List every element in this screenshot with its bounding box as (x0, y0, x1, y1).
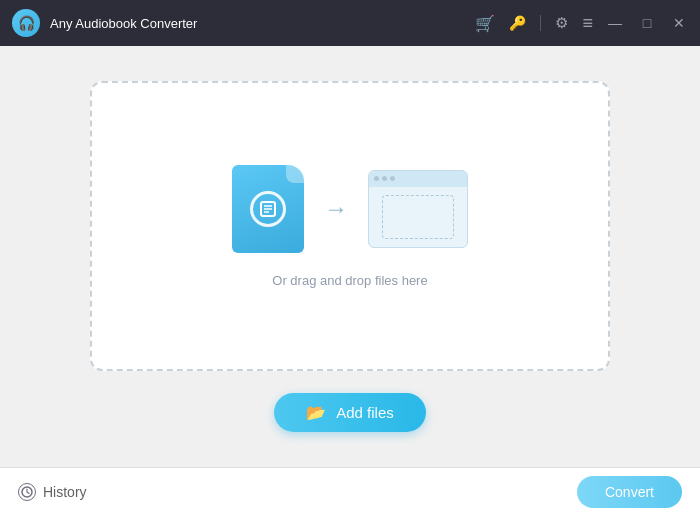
output-window-icon (368, 170, 468, 248)
app-title: Any Audiobook Converter (50, 16, 197, 31)
arrow-icon: → (324, 195, 348, 223)
title-bar: 🎧 Any Audiobook Converter 🛒 🔑 ⚙ ≡ — □ ✕ (0, 0, 700, 46)
add-files-button[interactable]: 📂 Add files (274, 393, 426, 432)
drop-illustration: → (232, 165, 468, 253)
convert-button[interactable]: Convert (577, 476, 682, 508)
folder-icon: 📂 (306, 403, 326, 422)
maximize-button[interactable]: □ (638, 15, 656, 31)
settings-icon[interactable]: ⚙ (555, 14, 568, 32)
book-icon (258, 199, 278, 219)
output-window-titlebar (369, 171, 467, 187)
win-dot-1 (374, 176, 379, 181)
history-icon (18, 483, 36, 501)
audiobook-inner-icon (250, 191, 286, 227)
key-icon[interactable]: 🔑 (509, 15, 526, 31)
add-files-label: Add files (336, 404, 394, 421)
clock-icon (21, 486, 33, 498)
minimize-button[interactable]: — (606, 15, 624, 31)
output-dashed-box (382, 195, 454, 239)
drag-drop-text: Or drag and drop files here (272, 273, 427, 288)
menu-icon[interactable]: ≡ (582, 13, 592, 34)
title-bar-left: 🎧 Any Audiobook Converter (12, 9, 475, 37)
output-window-body (369, 187, 467, 247)
title-divider (540, 15, 541, 31)
audiobook-file-icon (232, 165, 304, 253)
history-label: History (43, 484, 87, 500)
close-button[interactable]: ✕ (670, 15, 688, 31)
cart-icon[interactable]: 🛒 (475, 14, 495, 33)
bottom-bar: History Convert (0, 467, 700, 515)
app-logo: 🎧 (12, 9, 40, 37)
win-dot-3 (390, 176, 395, 181)
title-bar-right: 🛒 🔑 ⚙ ≡ — □ ✕ (475, 13, 688, 34)
logo-icon: 🎧 (18, 15, 35, 31)
history-button[interactable]: History (18, 483, 87, 501)
convert-label: Convert (605, 484, 654, 500)
drop-zone[interactable]: → Or drag and drop files here (90, 81, 610, 371)
win-dot-2 (382, 176, 387, 181)
main-content: → Or drag and drop files here 📂 Add file… (0, 46, 700, 467)
